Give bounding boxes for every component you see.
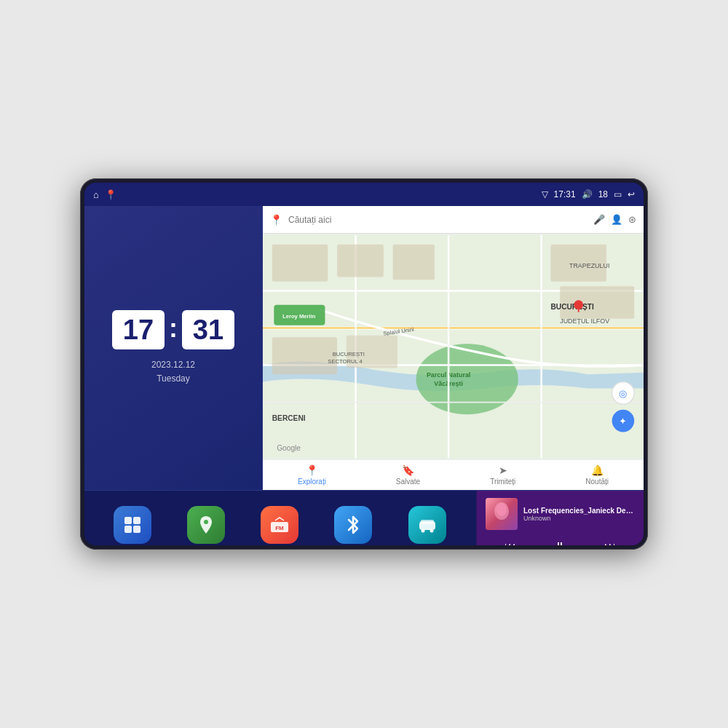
svg-text:FM: FM <box>275 525 284 531</box>
top-row: 17 : 31 2023.12.12 Tuesday <box>84 206 644 490</box>
svg-point-45 <box>430 529 433 533</box>
map-search-input[interactable] <box>288 215 587 225</box>
car-head-unit: ⌂ 📍 ▽ 17:31 🔊 18 ▭ ↩ 17 <box>80 178 648 550</box>
svg-rect-35 <box>124 517 132 524</box>
back-icon[interactable]: ↩ <box>628 189 635 199</box>
layers-icon[interactable]: ⊛ <box>628 214 636 225</box>
svg-rect-14 <box>337 245 384 277</box>
battery-level: 18 <box>598 189 608 199</box>
apps-icon <box>114 506 151 544</box>
bottom-row: Apps Maps <box>84 490 644 545</box>
location-icon: ▽ <box>542 189 548 199</box>
svg-point-44 <box>421 529 424 533</box>
map-nav-explore[interactable]: 📍 Explorați <box>298 464 326 486</box>
svg-text:JUDEȚUL ILFOV: JUDEȚUL ILFOV <box>560 317 609 325</box>
mic-icon[interactable]: 🎤 <box>593 214 605 225</box>
clock-date: 2023.12.12 <box>151 358 195 372</box>
app-item-bluetooth[interactable]: Bluetooth <box>334 506 372 545</box>
prev-button[interactable]: ⏮ <box>499 537 522 545</box>
play-pause-button[interactable]: ⏸ <box>548 537 571 545</box>
saved-icon: 🔖 <box>402 464 414 476</box>
news-icon: 🔔 <box>591 464 604 476</box>
svg-rect-38 <box>133 526 141 533</box>
status-time: 17:31 <box>554 189 576 199</box>
clock-minute: 31 <box>192 316 224 344</box>
music-player: Lost Frequencies_Janieck Devy-... Unknow… <box>476 491 644 545</box>
map-nav-send[interactable]: ➤ Trimiteți <box>490 464 515 486</box>
next-button[interactable]: ⏭ <box>598 537 622 545</box>
app-item-radio[interactable]: FM radio <box>261 506 298 545</box>
svg-rect-15 <box>393 245 435 280</box>
svg-text:Google: Google <box>277 444 301 452</box>
clock-display: 17 : 31 <box>112 310 234 349</box>
volume-icon: 🔊 <box>582 189 593 199</box>
svg-point-1 <box>416 344 518 414</box>
svg-rect-16 <box>272 337 337 374</box>
explore-label: Explorați <box>298 478 326 486</box>
music-text: Lost Frequencies_Janieck Devy-... Unknow… <box>523 507 635 522</box>
send-label: Trimiteți <box>490 478 515 486</box>
status-left: ⌂ 📍 <box>93 189 116 200</box>
clock-day: Tuesday <box>151 372 195 386</box>
music-title: Lost Frequencies_Janieck Devy-... <box>523 507 635 515</box>
app-item-apps[interactable]: Apps <box>114 506 151 545</box>
svg-text:BUCUREȘTI: BUCUREȘTI <box>333 351 365 357</box>
svg-point-48 <box>496 503 507 516</box>
clock-date-info: 2023.12.12 Tuesday <box>151 358 195 386</box>
svg-text:TRAPEZULUI: TRAPEZULUI <box>569 262 609 269</box>
svg-text:✦: ✦ <box>619 416 627 427</box>
app-item-carlink[interactable]: Car Link 2.0 <box>408 506 447 545</box>
maps-status-icon[interactable]: 📍 <box>105 189 116 200</box>
map-nav-saved[interactable]: 🔖 Salvate <box>396 464 420 486</box>
svg-rect-13 <box>272 245 328 282</box>
bluetooth-icon <box>334 506 372 544</box>
svg-text:BERCENI: BERCENI <box>272 414 306 422</box>
radio-icon: FM <box>261 506 298 544</box>
map-search-bar[interactable]: 📍 🎤 👤 ⊛ <box>263 206 644 234</box>
map-pin-icon: 📍 <box>270 214 282 226</box>
svg-text:BUCUREȘTI: BUCUREȘTI <box>550 303 594 311</box>
svg-point-39 <box>204 520 208 524</box>
account-icon[interactable]: 👤 <box>611 214 622 225</box>
apps-section: Apps Maps <box>84 491 476 545</box>
svg-rect-36 <box>133 517 141 524</box>
map-bottom-nav: 📍 Explorați 🔖 Salvate ➤ Trimiteți 🔔 <box>263 459 644 490</box>
clock-hour-block: 17 <box>112 310 165 349</box>
send-icon: ➤ <box>499 464 507 476</box>
svg-text:◎: ◎ <box>619 388 627 399</box>
status-right: ▽ 17:31 🔊 18 ▭ ↩ <box>542 189 635 199</box>
saved-label: Salvate <box>396 478 420 486</box>
app-item-maps[interactable]: Maps <box>187 506 225 545</box>
clock-colon: : <box>169 315 178 341</box>
music-artist: Unknown <box>523 515 635 522</box>
music-info-row: Lost Frequencies_Janieck Devy-... Unknow… <box>486 498 635 530</box>
clock-widget: 17 : 31 2023.12.12 Tuesday <box>84 206 263 490</box>
status-bar: ⌂ 📍 ▽ 17:31 🔊 18 ▭ ↩ <box>84 183 644 206</box>
map-area[interactable]: Parcul Natural Văcărești <box>263 234 644 459</box>
carlink-icon <box>408 506 446 544</box>
main-content: 17 : 31 2023.12.12 Tuesday <box>84 206 644 545</box>
music-controls: ⏮ ⏸ ⏭ <box>486 537 635 545</box>
music-album-art <box>486 498 518 530</box>
map-nav-news[interactable]: 🔔 Noutăți <box>585 464 609 486</box>
battery-icon: ▭ <box>614 189 622 199</box>
map-svg: Parcul Natural Văcărești <box>263 234 644 459</box>
svg-rect-43 <box>421 520 434 524</box>
clock-minute-block: 31 <box>182 310 234 349</box>
maps-icon <box>187 506 225 544</box>
explore-icon: 📍 <box>306 464 318 476</box>
svg-rect-37 <box>124 526 132 533</box>
news-label: Noutăți <box>585 478 609 486</box>
map-widget: 📍 🎤 👤 ⊛ <box>263 206 644 490</box>
screen: ⌂ 📍 ▽ 17:31 🔊 18 ▭ ↩ 17 <box>84 183 644 545</box>
clock-hour: 17 <box>122 316 154 344</box>
svg-text:Leroy Merlin: Leroy Merlin <box>282 313 316 320</box>
home-icon[interactable]: ⌂ <box>93 189 99 200</box>
svg-text:SECTORUL 4: SECTORUL 4 <box>328 358 363 365</box>
